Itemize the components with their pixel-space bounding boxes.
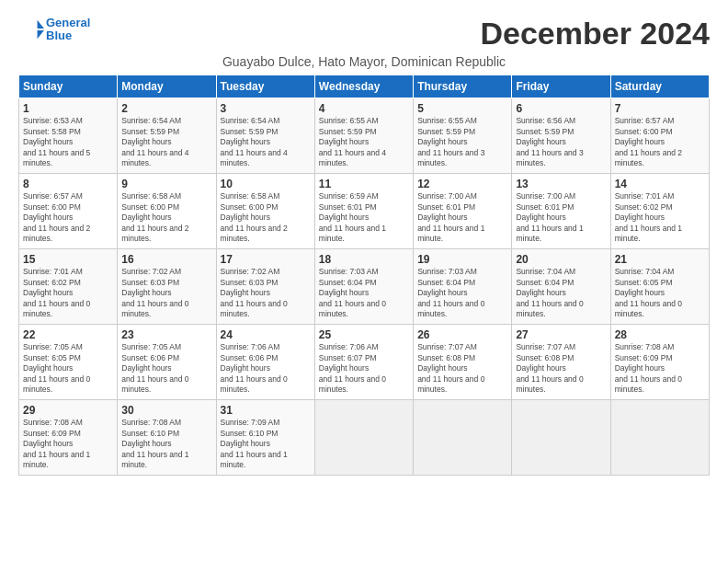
logo-text: General Blue [46,17,90,43]
day-number: 7 [615,102,705,115]
col-fri: Friday [512,75,610,98]
week-row-2: 15 Sunrise: 7:01 AMSunset: 6:02 PMDaylig… [19,249,710,325]
col-sun: Sunday [19,75,118,98]
day-number: 12 [417,178,507,190]
day-number: 26 [417,328,507,341]
day-cell: 14 Sunrise: 7:01 AMSunset: 6:02 PMDaylig… [610,174,709,249]
day-cell: 25 Sunrise: 7:06 AMSunset: 6:07 PMDaylig… [314,325,413,400]
day-info: Sunrise: 7:04 AMSunset: 6:04 PMDaylight … [516,267,606,319]
day-cell: 23 Sunrise: 7:05 AMSunset: 6:06 PMDaylig… [118,325,216,400]
day-cell: 13 Sunrise: 7:00 AMSunset: 6:01 PMDaylig… [512,174,610,249]
day-cell: 31 Sunrise: 7:09 AMSunset: 6:10 PMDaylig… [216,400,314,476]
day-number: 19 [417,253,507,266]
day-number: 4 [319,102,409,115]
day-info: Sunrise: 6:58 AMSunset: 6:00 PMDaylight … [121,191,211,244]
day-number: 2 [121,102,211,115]
day-number: 10 [221,178,311,190]
title-block: December 2024 [480,17,710,51]
day-number: 18 [319,253,409,266]
day-number: 27 [516,328,606,341]
week-row-1: 8 Sunrise: 6:57 AMSunset: 6:00 PMDayligh… [19,174,710,249]
day-cell: 10 Sunrise: 6:58 AMSunset: 6:00 PMDaylig… [216,174,314,249]
week-row-4: 29 Sunrise: 7:08 AMSunset: 6:09 PMDaylig… [19,400,710,476]
day-info: Sunrise: 7:08 AMSunset: 6:09 PMDaylight … [23,418,113,470]
day-number: 15 [23,253,113,266]
day-cell: 29 Sunrise: 7:08 AMSunset: 6:09 PMDaylig… [19,400,118,476]
svg-marker-1 [38,30,44,39]
day-cell: 8 Sunrise: 6:57 AMSunset: 6:00 PMDayligh… [19,174,118,249]
day-number: 16 [121,253,211,266]
day-cell: 11 Sunrise: 6:59 AMSunset: 6:01 PMDaylig… [314,174,413,249]
day-info: Sunrise: 7:07 AMSunset: 6:08 PMDaylight … [516,342,606,395]
day-info: Sunrise: 7:01 AMSunset: 6:02 PMDaylight … [615,191,705,244]
day-number: 14 [615,178,705,190]
day-info: Sunrise: 7:06 AMSunset: 6:06 PMDaylight … [221,342,311,395]
day-info: Sunrise: 7:05 AMSunset: 6:05 PMDaylight … [23,342,113,395]
day-info: Sunrise: 6:55 AMSunset: 5:59 PMDaylight … [417,116,507,168]
subtitle: Guayabo Dulce, Hato Mayor, Dominican Rep… [18,54,710,69]
week-row-0: 1 Sunrise: 6:53 AMSunset: 5:58 PMDayligh… [19,98,710,174]
day-info: Sunrise: 6:54 AMSunset: 5:59 PMDaylight … [121,116,211,168]
day-cell: 21 Sunrise: 7:04 AMSunset: 6:05 PMDaylig… [610,249,709,325]
day-info: Sunrise: 6:57 AMSunset: 6:00 PMDaylight … [23,191,113,244]
day-cell: 3 Sunrise: 6:54 AMSunset: 5:59 PMDayligh… [216,98,314,174]
week-row-3: 22 Sunrise: 7:05 AMSunset: 6:05 PMDaylig… [19,325,710,400]
col-sat: Saturday [610,75,709,98]
svg-marker-0 [38,20,44,29]
day-info: Sunrise: 6:56 AMSunset: 5:59 PMDaylight … [516,116,606,168]
day-cell: 6 Sunrise: 6:56 AMSunset: 5:59 PMDayligh… [512,98,610,174]
day-number: 20 [516,253,606,266]
day-number: 5 [417,102,507,115]
day-info: Sunrise: 7:07 AMSunset: 6:08 PMDaylight … [417,342,507,395]
day-info: Sunrise: 7:01 AMSunset: 6:02 PMDaylight … [23,267,113,319]
day-info: Sunrise: 7:00 AMSunset: 6:01 PMDaylight … [516,191,606,244]
day-info: Sunrise: 6:59 AMSunset: 6:01 PMDaylight … [319,191,409,244]
day-number: 22 [23,328,113,341]
day-info: Sunrise: 7:09 AMSunset: 6:10 PMDaylight … [221,418,311,470]
day-cell: 17 Sunrise: 7:02 AMSunset: 6:03 PMDaylig… [216,249,314,325]
day-cell: 22 Sunrise: 7:05 AMSunset: 6:05 PMDaylig… [19,325,118,400]
day-number: 3 [221,102,311,115]
day-cell: 24 Sunrise: 7:06 AMSunset: 6:06 PMDaylig… [216,325,314,400]
day-number: 30 [121,404,211,417]
day-number: 21 [615,253,705,266]
day-cell: 20 Sunrise: 7:04 AMSunset: 6:04 PMDaylig… [512,249,610,325]
day-info: Sunrise: 7:04 AMSunset: 6:05 PMDaylight … [615,267,705,319]
day-number: 8 [23,178,113,190]
day-cell: 30 Sunrise: 7:08 AMSunset: 6:10 PMDaylig… [118,400,216,476]
day-info: Sunrise: 7:02 AMSunset: 6:03 PMDaylight … [121,267,211,319]
day-info: Sunrise: 7:03 AMSunset: 6:04 PMDaylight … [417,267,507,319]
day-number: 9 [121,178,211,190]
day-cell: 26 Sunrise: 7:07 AMSunset: 6:08 PMDaylig… [414,325,512,400]
day-cell [314,400,413,476]
day-number: 24 [221,328,311,341]
day-cell: 4 Sunrise: 6:55 AMSunset: 5:59 PMDayligh… [314,98,413,174]
day-info: Sunrise: 7:08 AMSunset: 6:09 PMDaylight … [615,342,705,395]
calendar-table: Sunday Monday Tuesday Wednesday Thursday… [18,75,710,476]
day-number: 6 [516,102,606,115]
day-number: 23 [121,328,211,341]
day-number: 1 [23,102,113,115]
col-mon: Monday [118,75,216,98]
day-info: Sunrise: 6:57 AMSunset: 6:00 PMDaylight … [615,116,705,168]
day-number: 29 [23,404,113,417]
day-info: Sunrise: 6:54 AMSunset: 5:59 PMDaylight … [221,116,311,168]
day-cell: 2 Sunrise: 6:54 AMSunset: 5:59 PMDayligh… [118,98,216,174]
day-cell [610,400,709,476]
day-info: Sunrise: 7:05 AMSunset: 6:06 PMDaylight … [121,342,211,395]
logo: General Blue [18,17,90,43]
day-cell: 28 Sunrise: 7:08 AMSunset: 6:09 PMDaylig… [610,325,709,400]
day-info: Sunrise: 6:58 AMSunset: 6:00 PMDaylight … [221,191,311,244]
day-number: 25 [319,328,409,341]
day-cell: 5 Sunrise: 6:55 AMSunset: 5:59 PMDayligh… [414,98,512,174]
day-cell [414,400,512,476]
col-tue: Tuesday [216,75,314,98]
logo-line2: Blue [46,29,72,42]
day-cell: 19 Sunrise: 7:03 AMSunset: 6:04 PMDaylig… [414,249,512,325]
day-cell [512,400,610,476]
day-info: Sunrise: 7:02 AMSunset: 6:03 PMDaylight … [221,267,311,319]
header: General Blue December 2024 [18,17,710,51]
header-row: Sunday Monday Tuesday Wednesday Thursday… [19,75,710,98]
day-cell: 16 Sunrise: 7:02 AMSunset: 6:03 PMDaylig… [118,249,216,325]
day-info: Sunrise: 7:08 AMSunset: 6:10 PMDaylight … [121,418,211,470]
